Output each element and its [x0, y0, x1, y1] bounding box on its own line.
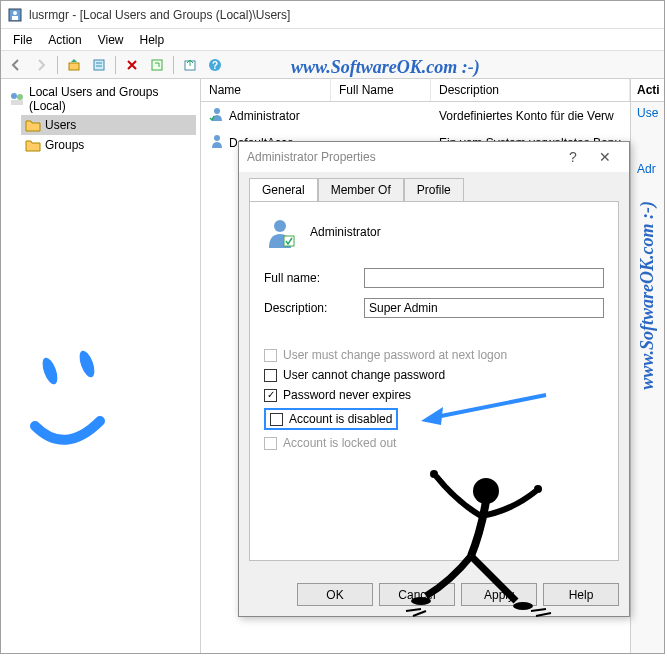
checkbox-label: Account is disabled	[289, 412, 392, 426]
folder-icon	[25, 117, 41, 133]
toolbar-separator	[173, 56, 174, 74]
user-icon	[209, 106, 225, 125]
help-button[interactable]: ?	[204, 54, 226, 76]
tree-root-label: Local Users and Groups (Local)	[29, 85, 192, 113]
tab-strip: General Member Of Profile	[239, 172, 629, 201]
col-description[interactable]: Description	[431, 79, 630, 101]
user-icon	[209, 133, 225, 152]
description-label: Description:	[264, 301, 364, 315]
menu-file[interactable]: File	[5, 31, 40, 49]
menubar: File Action View Help	[1, 29, 664, 51]
checkbox-neverexpires[interactable]: ✓ Password never expires	[264, 388, 604, 402]
svg-point-15	[214, 135, 220, 141]
checkbox-icon	[264, 349, 277, 362]
tree-groups[interactable]: Groups	[21, 135, 196, 155]
checkbox-mustchange: User must change password at next logon	[264, 348, 604, 362]
toolbar-separator	[115, 56, 116, 74]
tree-groups-label: Groups	[45, 138, 84, 152]
checkbox-label: Password never expires	[283, 388, 411, 402]
list-header: Name Full Name Description	[201, 79, 630, 102]
checkbox-icon: ✓	[264, 389, 277, 402]
svg-rect-17	[284, 236, 294, 246]
actions-panel: Acti Use Adr	[630, 79, 664, 653]
cancel-button[interactable]: Cancel	[379, 583, 455, 606]
actions-item[interactable]: Use	[631, 102, 664, 124]
checkbox-icon	[264, 437, 277, 450]
tree-users[interactable]: Users	[21, 115, 196, 135]
user-avatar-icon	[264, 216, 296, 248]
up-button[interactable]	[63, 54, 85, 76]
dialog-titlebar: Administrator Properties ? ✕	[239, 142, 629, 172]
actions-item[interactable]: Adr	[631, 158, 664, 180]
properties-dialog: Administrator Properties ? ✕ General Mem…	[238, 141, 630, 617]
checkbox-label: User cannot change password	[283, 368, 445, 382]
svg-rect-7	[152, 60, 162, 70]
help-button[interactable]: ?	[557, 149, 589, 165]
forward-button[interactable]	[30, 54, 52, 76]
checkbox-icon	[264, 369, 277, 382]
dialog-buttons: OK Cancel Apply Help	[297, 583, 619, 606]
checkbox-label: Account is locked out	[283, 436, 396, 450]
titlebar: lusrmgr - [Local Users and Groups (Local…	[1, 1, 664, 29]
menu-view[interactable]: View	[90, 31, 132, 49]
help-button[interactable]: Help	[543, 583, 619, 606]
svg-rect-4	[94, 60, 104, 70]
tree-root[interactable]: Local Users and Groups (Local)	[5, 83, 196, 115]
delete-button[interactable]	[121, 54, 143, 76]
svg-rect-3	[69, 63, 79, 70]
refresh-button[interactable]	[146, 54, 168, 76]
col-fullname[interactable]: Full Name	[331, 79, 431, 101]
close-button[interactable]: ✕	[589, 149, 621, 165]
cell-name: Administrator	[229, 109, 300, 123]
actions-header: Acti	[631, 79, 664, 102]
back-button[interactable]	[5, 54, 27, 76]
svg-point-14	[214, 108, 220, 114]
svg-point-16	[274, 220, 286, 232]
svg-text:?: ?	[212, 60, 218, 71]
tree-users-label: Users	[45, 118, 76, 132]
main-window: lusrmgr - [Local Users and Groups (Local…	[0, 0, 665, 654]
svg-rect-13	[11, 100, 23, 105]
menu-action[interactable]: Action	[40, 31, 89, 49]
apply-button[interactable]: Apply	[461, 583, 537, 606]
export-button[interactable]	[179, 54, 201, 76]
svg-point-1	[13, 11, 17, 15]
svg-point-11	[11, 93, 17, 99]
window-title: lusrmgr - [Local Users and Groups (Local…	[29, 8, 290, 22]
cell-fullname	[331, 104, 431, 127]
svg-point-12	[17, 94, 23, 100]
users-groups-icon	[9, 91, 25, 107]
fullname-input[interactable]	[364, 268, 604, 288]
checkbox-label: User must change password at next logon	[283, 348, 507, 362]
app-icon	[7, 7, 23, 23]
ok-button[interactable]: OK	[297, 583, 373, 606]
fullname-label: Full name:	[264, 271, 364, 285]
tree-panel: Local Users and Groups (Local) Users Gro…	[1, 79, 201, 653]
menu-help[interactable]: Help	[132, 31, 173, 49]
checkbox-icon	[270, 413, 283, 426]
svg-rect-2	[12, 16, 18, 20]
tab-body: Administrator Full name: Description: Us…	[249, 201, 619, 561]
list-row[interactable]: Administrator Vordefiniertes Konto für d…	[201, 102, 630, 129]
tab-profile[interactable]: Profile	[404, 178, 464, 201]
highlighted-checkbox: Account is disabled	[264, 408, 398, 430]
description-input[interactable]	[364, 298, 604, 318]
toolbar-separator	[57, 56, 58, 74]
properties-button[interactable]	[88, 54, 110, 76]
checkbox-locked: Account is locked out	[264, 436, 604, 450]
tab-general[interactable]: General	[249, 178, 318, 201]
cell-description: Vordefiniertes Konto für die Verw	[431, 104, 630, 127]
col-name[interactable]: Name	[201, 79, 331, 101]
toolbar: ?	[1, 51, 664, 79]
tab-memberof[interactable]: Member Of	[318, 178, 404, 201]
username-label: Administrator	[310, 225, 381, 239]
checkbox-disabled[interactable]: Account is disabled	[270, 412, 392, 426]
checkbox-cannotchange[interactable]: User cannot change password	[264, 368, 604, 382]
dialog-title: Administrator Properties	[247, 150, 376, 164]
folder-icon	[25, 137, 41, 153]
